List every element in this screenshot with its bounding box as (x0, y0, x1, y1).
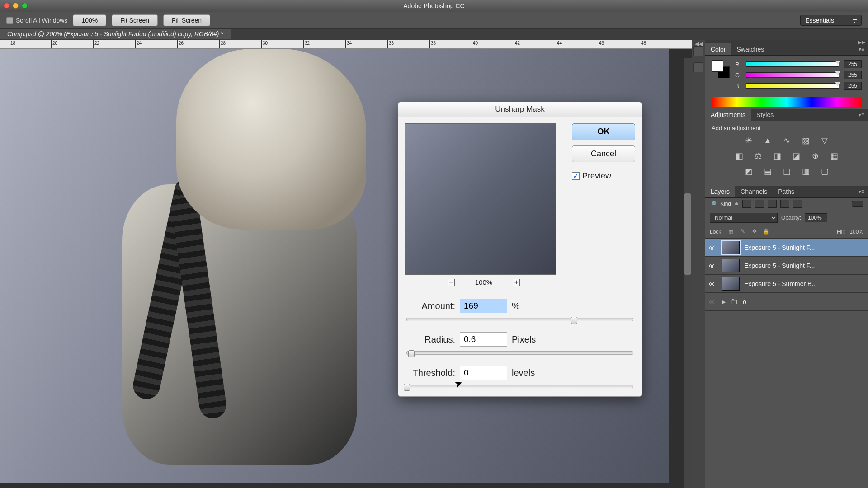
preview-checkbox[interactable]: ✓ Preview (572, 171, 635, 181)
tab-layers[interactable]: Layers (705, 186, 735, 197)
hue-saturation-icon[interactable]: ◧ (734, 151, 745, 160)
filter-smart-icon[interactable] (793, 200, 802, 208)
scroll-all-windows-option[interactable]: Scroll All Windows (6, 17, 67, 24)
slider-thumb[interactable] (571, 317, 577, 324)
curves-icon[interactable]: ∿ (781, 136, 792, 145)
panel-menu-icon[interactable]: ▾≡ (855, 46, 868, 52)
checkbox-checked-icon[interactable]: ✓ (572, 172, 580, 180)
opacity-value[interactable]: 100% (805, 213, 827, 222)
gradient-map-icon[interactable]: ▥ (800, 167, 811, 176)
minimize-window-button[interactable] (13, 3, 19, 9)
slider-thumb[interactable] (835, 82, 840, 86)
layer-name[interactable]: Exposure 5 - Summer B... (744, 280, 864, 287)
document-tab[interactable]: Comp.psd @ 200% (Exposure 5 - Sunlight F… (0, 29, 231, 39)
zoom-100-button[interactable]: 100% (73, 14, 106, 26)
zoom-window-button[interactable] (22, 3, 28, 9)
panel-menu-icon[interactable]: ▾≡ (855, 112, 868, 118)
lock-pixels-icon[interactable]: ✎ (739, 228, 746, 235)
zoom-in-button[interactable]: + (513, 279, 520, 286)
filter-adjustment-icon[interactable] (755, 200, 764, 208)
r-slider[interactable] (746, 61, 839, 67)
radius-input[interactable] (460, 332, 507, 347)
close-window-button[interactable] (4, 3, 9, 9)
histogram-panel-icon[interactable] (693, 46, 703, 56)
filter-preview[interactable] (405, 123, 556, 275)
fill-value[interactable]: 100% (849, 229, 863, 235)
b-slider[interactable] (746, 83, 839, 89)
amount-slider[interactable] (406, 318, 633, 321)
amount-input[interactable] (460, 299, 507, 313)
threshold-slider[interactable] (406, 385, 633, 388)
layer-row[interactable]: 👁Exposure 5 - Sunlight F... (705, 239, 868, 257)
layer-thumbnail[interactable] (722, 277, 740, 291)
dialog-title[interactable]: Unsharp Mask (398, 102, 642, 117)
filter-pixel-icon[interactable] (742, 200, 751, 208)
filter-type-icon[interactable] (768, 200, 777, 208)
black-white-icon[interactable]: ◨ (772, 151, 783, 160)
channel-mixer-icon[interactable]: ⊕ (810, 151, 821, 160)
color-spectrum[interactable] (712, 97, 862, 107)
layer-thumbnail[interactable] (722, 259, 740, 272)
tab-paths[interactable]: Paths (773, 186, 800, 197)
color-lookup-icon[interactable]: ▦ (829, 151, 840, 160)
exposure-icon[interactable]: ▨ (800, 136, 811, 145)
panel-menu-icon[interactable]: ▾≡ (855, 188, 868, 195)
posterize-icon[interactable]: ▤ (762, 167, 773, 176)
slider-thumb[interactable] (835, 61, 840, 65)
layer-row[interactable]: 👁Exposure 5 - Summer B... (705, 275, 868, 293)
ok-button[interactable]: OK (572, 123, 635, 140)
lock-position-icon[interactable]: ✥ (751, 228, 758, 235)
slider-thumb[interactable] (404, 384, 410, 391)
lock-all-icon[interactable]: 🔒 (763, 228, 770, 235)
foreground-color-swatch[interactable] (712, 60, 723, 72)
foreground-background-swatches[interactable] (712, 60, 730, 78)
levels-icon[interactable]: ▲ (762, 136, 773, 145)
tab-styles[interactable]: Styles (751, 109, 779, 121)
expand-panels-icon[interactable]: ◀◀ (695, 41, 703, 47)
fill-screen-button[interactable]: Fill Screen (163, 14, 210, 26)
vertical-scrollbar[interactable] (684, 58, 692, 488)
visibility-eye-icon[interactable]: 👁 (709, 263, 717, 269)
layer-name[interactable]: Exposure 5 - Sunlight F... (744, 244, 864, 251)
blend-mode-select[interactable]: Normal (710, 213, 778, 223)
tab-channels[interactable]: Channels (735, 186, 773, 197)
layer-group-row[interactable]: 👁▶🗀o (705, 293, 868, 311)
slider-thumb[interactable] (408, 350, 415, 357)
layer-name[interactable]: o (743, 298, 864, 305)
layer-name[interactable]: Exposure 5 - Sunlight F... (744, 262, 864, 269)
scrollbar-thumb[interactable] (684, 193, 691, 275)
r-value[interactable]: 255 (844, 60, 862, 68)
invert-icon[interactable]: ◩ (743, 167, 754, 176)
b-value[interactable]: 255 (844, 82, 862, 90)
threshold-input[interactable] (460, 366, 507, 380)
filter-shape-icon[interactable] (780, 200, 789, 208)
selective-color-icon[interactable]: ▢ (819, 167, 830, 176)
layer-thumbnail[interactable] (722, 241, 740, 254)
g-slider[interactable] (746, 72, 839, 78)
checkbox-icon[interactable] (6, 17, 13, 24)
radius-slider[interactable] (406, 351, 633, 355)
color-balance-icon[interactable]: ⚖ (753, 151, 764, 160)
navigator-panel-icon[interactable] (693, 62, 703, 72)
tab-color[interactable]: Color (705, 43, 731, 55)
lock-transparency-icon[interactable]: ▦ (727, 228, 735, 235)
collapse-panels-icon[interactable]: ▶▶ (705, 40, 868, 43)
filter-toggle[interactable] (852, 201, 863, 207)
workspace-selector[interactable]: Essentials ≑ (800, 15, 862, 26)
folder-caret-icon[interactable]: ▶ (722, 299, 726, 305)
zoom-out-button[interactable]: − (448, 279, 455, 286)
cancel-button[interactable]: Cancel (572, 145, 635, 162)
photo-filter-icon[interactable]: ◪ (791, 151, 802, 160)
visibility-eye-icon[interactable]: 👁 (709, 281, 717, 287)
threshold-icon[interactable]: ◫ (781, 167, 792, 176)
visibility-eye-icon[interactable]: 👁 (709, 299, 717, 305)
g-value[interactable]: 255 (844, 71, 862, 79)
tab-swatches[interactable]: Swatches (731, 43, 769, 55)
layer-row[interactable]: 👁Exposure 5 - Sunlight F... (705, 257, 868, 275)
slider-thumb[interactable] (835, 71, 840, 75)
vibrance-icon[interactable]: ▽ (819, 136, 830, 145)
fit-screen-button[interactable]: Fit Screen (112, 14, 158, 26)
tab-adjustments[interactable]: Adjustments (705, 109, 751, 121)
visibility-eye-icon[interactable]: 👁 (709, 244, 717, 251)
brightness-contrast-icon[interactable]: ☀ (743, 136, 754, 145)
